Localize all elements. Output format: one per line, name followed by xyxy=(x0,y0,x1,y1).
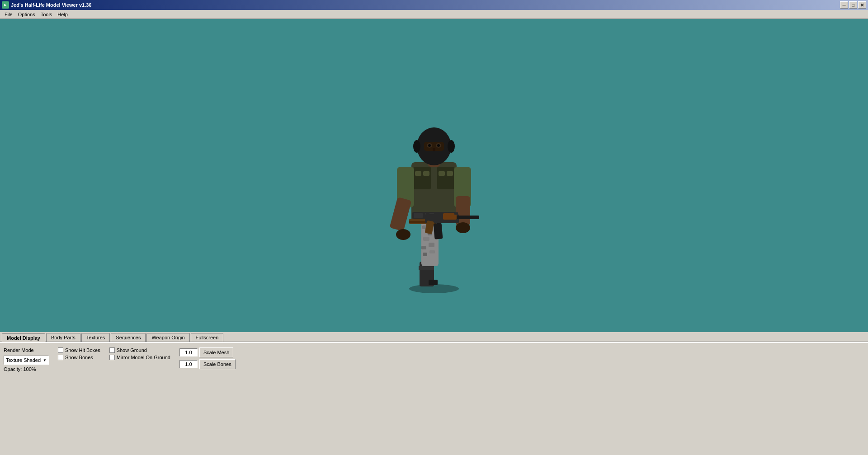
3d-viewport[interactable] xyxy=(0,19,868,332)
window-title: Jed's Half-Life Model Viewer v1.36 xyxy=(11,2,91,8)
show-hit-boxes-checkbox[interactable] xyxy=(58,347,63,353)
title-bar: ► Jed's Half-Life Model Viewer v1.36 ─ □… xyxy=(0,0,868,10)
svg-rect-2 xyxy=(419,266,434,270)
svg-rect-15 xyxy=(415,171,421,176)
render-mode-group: Render Mode Texture Shaded ▼ Opacity: 10… xyxy=(4,347,49,373)
tab-model-display[interactable]: Model Display xyxy=(2,333,45,342)
svg-rect-32 xyxy=(454,216,479,219)
tab-sequences[interactable]: Sequences xyxy=(111,333,146,342)
menu-options[interactable]: Options xyxy=(15,11,38,18)
svg-point-28 xyxy=(456,222,470,233)
mirror-model-row: Mirror Model On Ground xyxy=(109,355,170,360)
show-ground-row: Show Ground xyxy=(109,347,170,353)
model-display xyxy=(384,58,484,293)
bottom-panel: Render Mode Texture Shaded ▼ Opacity: 10… xyxy=(0,342,868,455)
tab-body-parts[interactable]: Body Parts xyxy=(46,333,80,342)
svg-rect-37 xyxy=(454,212,458,215)
close-button[interactable]: ✕ xyxy=(858,1,866,9)
mirror-model-label: Mirror Model On Ground xyxy=(117,355,170,360)
dropdown-arrow-icon: ▼ xyxy=(43,358,47,362)
opacity-label: Opacity: 100% xyxy=(4,366,49,372)
scale-group: Scale Mesh Scale Bones xyxy=(179,347,236,369)
menu-help[interactable]: Help xyxy=(55,11,71,18)
app-icon: ► xyxy=(2,1,9,9)
tab-fullscreen[interactable]: Fullscreen xyxy=(191,333,224,342)
svg-rect-36 xyxy=(426,212,429,215)
show-bones-label: Show Bones xyxy=(65,355,93,360)
scale-mesh-button[interactable]: Scale Mesh xyxy=(199,347,233,357)
show-bones-row: Show Bones xyxy=(58,355,100,360)
tab-bar: Model Display Body Parts Textures Sequen… xyxy=(0,332,868,342)
show-ground-label: Show Ground xyxy=(117,347,147,353)
svg-rect-16 xyxy=(423,171,429,176)
svg-rect-18 xyxy=(447,171,453,176)
render-mode-dropdown[interactable]: Texture Shaded ▼ xyxy=(4,356,49,365)
render-mode-label: Render Mode xyxy=(4,347,49,353)
svg-rect-9 xyxy=(429,243,434,247)
show-ground-checkbox[interactable] xyxy=(109,347,115,353)
svg-rect-10 xyxy=(423,253,427,256)
maximize-button[interactable]: □ xyxy=(849,1,857,9)
svg-point-47 xyxy=(448,140,455,153)
scale-mesh-row: Scale Mesh xyxy=(179,347,236,357)
svg-rect-45 xyxy=(433,148,435,151)
menu-file[interactable]: File xyxy=(2,11,15,18)
tab-weapon-origin[interactable]: Weapon Origin xyxy=(146,333,189,342)
svg-rect-14 xyxy=(437,167,454,189)
svg-point-46 xyxy=(413,140,420,153)
svg-rect-8 xyxy=(421,246,426,249)
svg-rect-3 xyxy=(429,280,438,285)
svg-rect-17 xyxy=(439,171,445,176)
checkbox-group-1: Show Hit Boxes Show Bones xyxy=(58,347,100,360)
show-bones-checkbox[interactable] xyxy=(58,355,63,360)
svg-rect-7 xyxy=(423,237,429,241)
svg-point-44 xyxy=(437,144,440,147)
show-hit-boxes-row: Show Hit Boxes xyxy=(58,347,100,353)
svg-rect-13 xyxy=(414,167,431,189)
mirror-model-checkbox[interactable] xyxy=(109,355,115,360)
checkbox-group-2: Show Ground Mirror Model On Ground xyxy=(109,347,170,360)
svg-point-43 xyxy=(428,144,431,147)
svg-rect-25 xyxy=(389,197,411,231)
render-mode-value: Texture Shaded xyxy=(6,357,41,363)
minimize-button[interactable]: ─ xyxy=(840,1,848,9)
tab-textures[interactable]: Textures xyxy=(81,333,110,342)
scale-bones-input[interactable] xyxy=(179,360,198,368)
svg-point-27 xyxy=(396,229,410,240)
scale-bones-button[interactable]: Scale Bones xyxy=(199,359,236,369)
menu-tools[interactable]: Tools xyxy=(38,11,55,18)
svg-rect-11 xyxy=(429,250,435,253)
svg-rect-33 xyxy=(434,223,443,239)
svg-rect-20 xyxy=(414,213,423,218)
scale-mesh-input[interactable] xyxy=(179,348,198,356)
svg-point-0 xyxy=(409,284,459,293)
scale-bones-row: Scale Bones xyxy=(179,359,236,369)
window-controls: ─ □ ✕ xyxy=(840,1,866,9)
show-hit-boxes-label: Show Hit Boxes xyxy=(65,347,100,353)
menu-bar: File Options Tools Help xyxy=(0,10,868,19)
